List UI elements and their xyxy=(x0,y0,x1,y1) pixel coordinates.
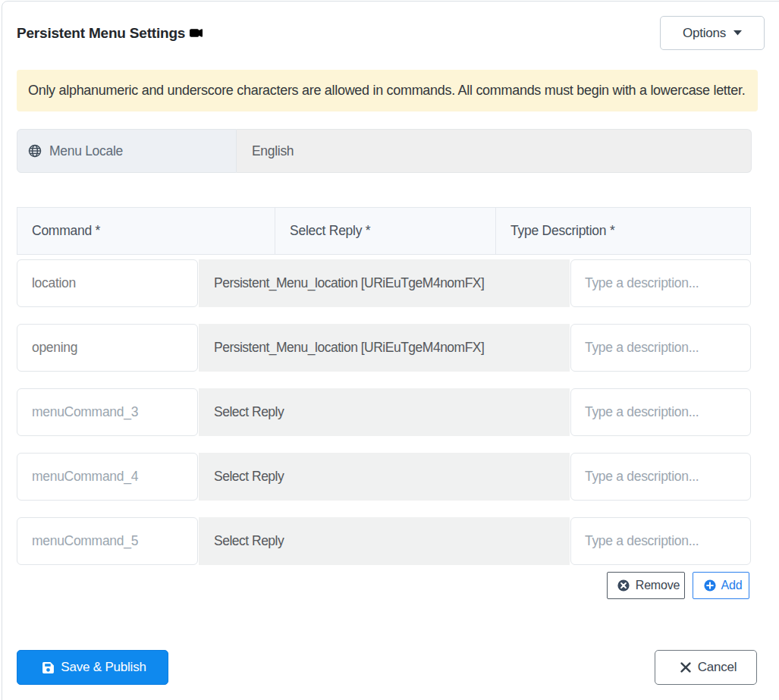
menu-locale-group: Menu Locale English xyxy=(17,129,752,173)
select-reply-dropdown[interactable]: Select Reply xyxy=(199,517,570,565)
persistent-menu-panel: Persistent Menu Settings Options Only al… xyxy=(2,1,779,700)
add-button-label: Add xyxy=(721,579,743,592)
menu-locale-value-text: English xyxy=(252,143,294,159)
command-input[interactable] xyxy=(17,324,198,372)
save-publish-label: Save & Publish xyxy=(61,660,146,675)
command-rows: Persistent_Menu_location [URiEuTgeM4nomF… xyxy=(17,259,779,565)
select-reply-value: Persistent_Menu_location [URiEuTgeM4nomF… xyxy=(214,275,484,291)
header-command: Command * xyxy=(17,208,275,254)
command-input[interactable] xyxy=(17,259,198,307)
remove-button-label: Remove xyxy=(636,579,680,592)
command-row: Select Reply xyxy=(17,388,751,436)
menu-locale-label: Menu Locale xyxy=(49,143,123,159)
x-icon xyxy=(680,662,691,673)
save-icon xyxy=(42,661,55,674)
command-row: Persistent_Menu_location [URiEuTgeM4nomF… xyxy=(17,324,751,372)
row-actions: Remove Add xyxy=(17,572,749,599)
command-row: Persistent_Menu_location [URiEuTgeM4nomF… xyxy=(17,259,751,307)
description-input[interactable] xyxy=(570,324,751,372)
select-reply-dropdown[interactable]: Select Reply xyxy=(199,388,570,436)
remove-button[interactable]: Remove xyxy=(607,572,685,599)
header-select-reply: Select Reply * xyxy=(275,208,495,254)
panel-footer: Save & Publish Cancel xyxy=(17,650,757,685)
alert-warning: Only alphanumeric and underscore charact… xyxy=(17,70,758,111)
command-input[interactable] xyxy=(17,517,198,565)
menu-locale-value[interactable]: English xyxy=(237,129,752,173)
plus-circle-icon xyxy=(704,579,716,592)
panel-title-wrap: Persistent Menu Settings xyxy=(17,25,203,42)
description-input[interactable] xyxy=(570,388,751,436)
select-reply-dropdown[interactable]: Persistent_Menu_location [URiEuTgeM4nomF… xyxy=(199,259,570,307)
cancel-button[interactable]: Cancel xyxy=(655,650,757,685)
panel-header: Persistent Menu Settings Options xyxy=(17,16,765,50)
select-reply-value: Select Reply xyxy=(214,533,284,549)
panel-title: Persistent Menu Settings xyxy=(17,25,185,42)
camera-video-icon xyxy=(190,27,203,39)
description-input[interactable] xyxy=(570,517,751,565)
add-button[interactable]: Add xyxy=(693,572,749,599)
select-reply-dropdown[interactable]: Select Reply xyxy=(199,453,570,501)
options-button[interactable]: Options xyxy=(660,16,765,50)
cancel-button-label: Cancel xyxy=(698,660,737,675)
select-reply-dropdown[interactable]: Persistent_Menu_location [URiEuTgeM4nomF… xyxy=(199,324,570,372)
description-input[interactable] xyxy=(570,259,751,307)
save-publish-button[interactable]: Save & Publish xyxy=(17,650,168,685)
caret-down-icon xyxy=(733,30,742,36)
command-row: Select Reply xyxy=(17,517,751,565)
command-input[interactable] xyxy=(17,388,198,436)
command-row: Select Reply xyxy=(17,453,751,501)
select-reply-value: Select Reply xyxy=(214,404,284,420)
menu-locale-addon: Menu Locale xyxy=(17,129,237,173)
header-type-description: Type Description * xyxy=(495,208,750,254)
select-reply-value: Select Reply xyxy=(214,469,284,485)
options-button-label: Options xyxy=(683,26,726,41)
select-reply-value: Persistent_Menu_location [URiEuTgeM4nomF… xyxy=(214,340,484,356)
alert-text: Only alphanumeric and underscore charact… xyxy=(28,83,745,99)
globe-icon xyxy=(28,144,42,158)
description-input[interactable] xyxy=(570,453,751,501)
table-header: Command * Select Reply * Type Descriptio… xyxy=(17,207,751,255)
command-input[interactable] xyxy=(17,453,198,501)
x-circle-icon xyxy=(617,579,630,592)
